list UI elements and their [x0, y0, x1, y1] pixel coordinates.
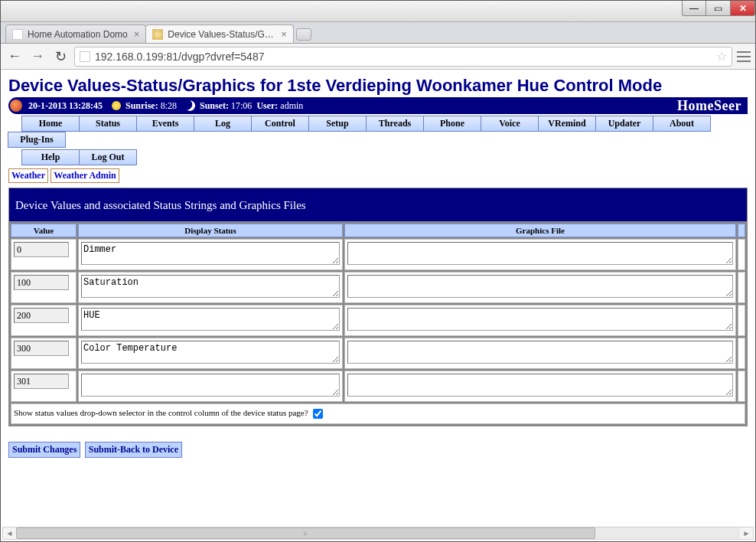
graphics-file-input[interactable] — [347, 341, 733, 364]
os-window: — ▭ ✕ Home Automation Domo × Device Valu… — [0, 0, 756, 542]
row-extra-cell[interactable] — [738, 338, 745, 369]
table-row: Saturation — [11, 272, 745, 303]
clock-icon — [10, 100, 22, 112]
tab-title: Device Values-Status/Grap — [168, 29, 275, 40]
main-nav: Home Status Events Log Control Setup Thr… — [8, 116, 748, 183]
nav-home[interactable]: Home — [21, 116, 80, 132]
scroll-track[interactable]: ≡ — [16, 527, 740, 539]
bookmark-star-icon[interactable]: ☆ — [716, 49, 727, 64]
brand-text: HomeSeer — [677, 98, 741, 114]
back-button[interactable]: ← — [5, 47, 24, 66]
row-extra-cell[interactable] — [738, 305, 745, 336]
address-bar[interactable]: 192.168.0.199:81/dvgp?dvref=5487 ☆ — [74, 47, 732, 67]
new-tab-button[interactable] — [296, 28, 311, 41]
nav-phone[interactable]: Phone — [423, 116, 481, 132]
nav-updater[interactable]: Updater — [595, 116, 653, 132]
col-header-value: Value — [11, 224, 77, 237]
nav-help[interactable]: Help — [21, 149, 80, 165]
forward-button[interactable]: → — [28, 47, 47, 66]
nav-spacer — [8, 116, 22, 132]
display-status-input[interactable] — [81, 374, 340, 397]
nav-plugins[interactable]: Plug-Ins — [8, 132, 66, 148]
sun-icon — [112, 101, 121, 110]
datetime-text: 20-1-2013 13:28:45 — [28, 100, 103, 112]
sunrise-value: 8:28 — [161, 100, 177, 112]
browser-tab-2[interactable]: Device Values-Status/Grap × — [145, 24, 294, 43]
submit-changes-button[interactable]: Submit Changes — [8, 442, 80, 458]
row-extra-cell[interactable] — [738, 272, 745, 303]
scroll-thumb[interactable]: ≡ — [16, 527, 595, 539]
scroll-grip-icon: ≡ — [303, 530, 308, 537]
sub-nav: Weather Weather Admin — [8, 168, 748, 183]
nav-events[interactable]: Events — [136, 116, 194, 132]
graphics-file-input[interactable] — [347, 275, 733, 298]
nav-setup[interactable]: Setup — [308, 116, 367, 132]
graphics-file-input[interactable] — [347, 374, 733, 397]
nav-about[interactable]: About — [653, 116, 711, 132]
graphics-file-input[interactable] — [347, 308, 733, 331]
value-input[interactable] — [14, 341, 69, 356]
value-input[interactable] — [14, 242, 69, 257]
nav-spacer — [8, 149, 22, 165]
nav-status[interactable]: Status — [79, 116, 137, 132]
page-icon — [152, 29, 163, 40]
row-extra-cell[interactable] — [738, 371, 745, 402]
user-label: User: — [256, 100, 278, 112]
brand-logo: HomeSeer — [677, 98, 741, 114]
nav-voice[interactable]: Voice — [481, 116, 539, 132]
close-tab-icon[interactable]: × — [281, 28, 287, 40]
tab-title: Home Automation Domo — [28, 29, 128, 40]
os-titlebar: — ▭ ✕ — [1, 1, 755, 22]
window-controls: — ▭ ✕ — [682, 1, 755, 16]
nav-control[interactable]: Control — [251, 116, 309, 132]
nav-logout[interactable]: Log Out — [79, 149, 137, 165]
horizontal-scrollbar[interactable]: ◄ ≡ ► — [2, 527, 754, 540]
table-row: HUE — [11, 305, 745, 336]
window-close-button[interactable]: ✕ — [731, 1, 755, 16]
display-status-input[interactable]: Saturation — [81, 275, 340, 298]
submit-back-device-button[interactable]: Submit-Back to Device — [85, 442, 182, 458]
scroll-right-arrow-icon[interactable]: ► — [740, 527, 753, 539]
nav-vremind[interactable]: VRemind — [538, 116, 596, 132]
table-footer-row: Show status values drop-down selector in… — [11, 403, 745, 424]
page-actions: Submit Changes Submit-Back to Device — [8, 442, 748, 458]
close-tab-icon[interactable]: × — [134, 28, 140, 40]
nav-threads[interactable]: Threads — [366, 116, 424, 132]
table-row: Dimmer — [11, 239, 745, 270]
show-dropdown-checkbox[interactable] — [313, 409, 323, 419]
browser-menu-button[interactable] — [737, 50, 751, 64]
scroll-left-arrow-icon[interactable]: ◄ — [3, 527, 16, 539]
value-input[interactable] — [14, 275, 69, 290]
display-status-input[interactable]: HUE — [81, 308, 340, 331]
subnav-weather-admin[interactable]: Weather Admin — [51, 168, 119, 183]
page-body: Device Values-Status/Graphics for 1ste V… — [1, 70, 755, 541]
value-input[interactable] — [14, 374, 69, 389]
nav-row-2: Help Log Out — [8, 149, 748, 165]
display-status-input[interactable]: Color Temperature — [81, 341, 340, 364]
col-header-status: Display Status — [78, 224, 343, 237]
sunset-value: 17:06 — [231, 100, 252, 112]
footer-label: Show status values drop-down selector in… — [14, 408, 308, 417]
col-header-graphics: Graphics File — [344, 224, 736, 237]
status-strip: 20-1-2013 13:28:45 Sunrise: 8:28 Sunset:… — [8, 97, 748, 114]
browser-tab-1[interactable]: Home Automation Domo × — [5, 24, 146, 43]
subnav-weather[interactable]: Weather — [8, 168, 48, 183]
graphics-file-input[interactable] — [347, 242, 733, 265]
display-status-input[interactable]: Dimmer — [81, 242, 340, 265]
row-extra-cell[interactable] — [738, 239, 745, 270]
table-header-row: Value Display Status Graphics File — [11, 224, 745, 237]
sunset-label: Sunset: — [200, 100, 229, 112]
nav-row-1: Home Status Events Log Control Setup Thr… — [8, 116, 748, 148]
value-input[interactable] — [14, 308, 69, 323]
col-header-extra — [738, 224, 745, 237]
window-maximize-button[interactable]: ▭ — [706, 1, 731, 16]
reload-button[interactable]: ↻ — [51, 47, 70, 66]
table-row: Color Temperature — [11, 338, 745, 369]
values-table: Value Display Status Graphics File Dimme… — [8, 221, 748, 426]
window-minimize-button[interactable]: — — [682, 1, 706, 16]
section-header: Device Values and associated Status Stri… — [8, 188, 748, 221]
nav-log[interactable]: Log — [194, 116, 252, 132]
browser-tabstrip: Home Automation Domo × Device Values-Sta… — [1, 22, 755, 44]
table-row — [11, 371, 745, 402]
sunrise-label: Sunrise: — [125, 100, 158, 112]
